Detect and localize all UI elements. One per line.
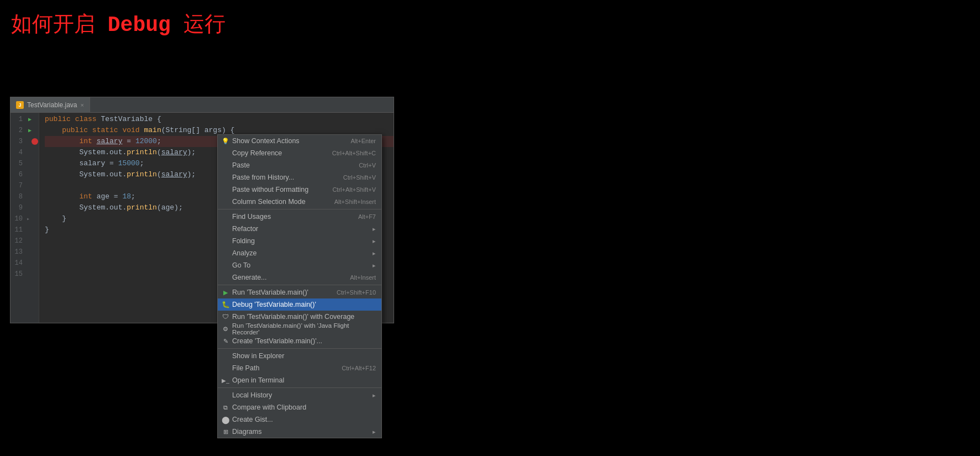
shortcut-find-usages: Alt+F7: [358, 213, 376, 220]
menu-label-debug-main: Debug 'TestVariable.main()': [232, 301, 316, 308]
shortcut-paste-from-history: Ctrl+Shift+V: [343, 174, 376, 181]
gutter-row-11: 11: [11, 224, 39, 235]
menu-item-create-config[interactable]: ✎ Create 'TestVariable.main()'...: [218, 335, 381, 347]
menu-item-refactor[interactable]: Refactor ▸: [218, 223, 381, 235]
menu-item-paste[interactable]: Paste Ctrl+V: [218, 159, 381, 171]
editor-tab[interactable]: J TestVariable.java ×: [11, 97, 90, 112]
menu-label-show-explorer: Show in Explorer: [232, 352, 285, 360]
menu-label-folding: Folding: [232, 237, 255, 245]
menu-item-generate[interactable]: Generate... Alt+Insert: [218, 271, 381, 284]
menu-label-paste-from-history: Paste from History...: [232, 174, 294, 181]
gutter-row-1: 1 ▶: [11, 114, 39, 125]
menu-label-run-coverage: Run 'TestVariable.main()' with Coverage: [232, 313, 354, 321]
menu-label-refactor: Refactor: [232, 225, 258, 233]
gutter-row-8: 8: [11, 191, 39, 202]
tab-bar: J TestVariable.java ×: [11, 97, 394, 113]
diagrams-icon: ⊞: [221, 427, 230, 436]
line-number-10: 10: [11, 215, 26, 223]
menu-item-show-context-actions[interactable]: 💡 Show Context Actions Alt+Enter: [218, 135, 381, 147]
run-icon: ▶: [221, 288, 230, 297]
menu-label-diagrams: Diagrams: [232, 428, 262, 436]
debug-icon: 🐛: [221, 300, 230, 309]
menu-item-local-history[interactable]: Local History ▸: [218, 389, 381, 401]
menu-item-run-coverage[interactable]: 🛡 Run 'TestVariable.main()' with Coverag…: [218, 311, 381, 323]
separator-2: [218, 285, 381, 285]
menu-item-find-usages[interactable]: Find Usages Alt+F7: [218, 211, 381, 223]
line-number-7: 7: [11, 182, 26, 190]
gutter-row-4: 4: [11, 147, 39, 158]
line-number-15: 15: [11, 270, 26, 278]
menu-label-find-usages: Find Usages: [232, 213, 271, 221]
menu-item-diagrams[interactable]: ⊞ Diagrams ▸: [218, 426, 381, 438]
gutter-row-7: 7: [11, 180, 39, 191]
menu-item-paste-without-formatting[interactable]: Paste without Formatting Ctrl+Alt+Shift+…: [218, 184, 381, 196]
line-number-2: 2: [11, 127, 26, 134]
line-number-9: 9: [11, 204, 26, 212]
menu-label-create-gist: Create Gist...: [232, 416, 273, 423]
tab-close-button[interactable]: ×: [81, 102, 84, 108]
shortcut-paste-without-formatting: Ctrl+Alt+Shift+V: [332, 186, 376, 193]
coverage-icon: 🛡: [221, 312, 230, 321]
shortcut-show-context-actions: Alt+Enter: [350, 138, 376, 144]
java-file-icon: J: [16, 101, 24, 109]
line-number-1: 1: [11, 116, 26, 123]
fold-icon-10[interactable]: ▸: [27, 216, 30, 222]
line-number-13: 13: [11, 248, 26, 256]
arrow-analyze: ▸: [373, 250, 376, 257]
menu-item-compare-clipboard[interactable]: ⧉ Compare with Clipboard: [218, 401, 381, 413]
menu-item-file-path[interactable]: File Path Ctrl+Alt+F12: [218, 362, 381, 374]
run-icon-1[interactable]: ▶: [26, 116, 34, 123]
line-number-4: 4: [11, 149, 26, 156]
menu-item-go-to[interactable]: Go To ▸: [218, 259, 381, 271]
menu-label-compare-clipboard: Compare with Clipboard: [232, 403, 306, 411]
menu-item-debug-main[interactable]: 🐛 Debug 'TestVariable.main()': [218, 298, 381, 311]
line-number-6: 6: [11, 171, 26, 179]
github-icon: ⬤: [221, 415, 230, 424]
menu-label-show-context-actions: Show Context Actions: [232, 137, 300, 145]
line-number-3: 3: [11, 138, 26, 145]
menu-label-paste: Paste: [232, 161, 250, 169]
compare-icon: ⧉: [221, 403, 230, 412]
gutter-row-15: 15: [11, 269, 39, 280]
line-number-12: 12: [11, 237, 26, 245]
menu-label-analyze: Analyze: [232, 249, 256, 257]
line-number-14: 14: [11, 259, 26, 267]
shortcut-file-path: Ctrl+Alt+F12: [342, 365, 376, 371]
line-gutter: 1 ▶ 2 ▶ 3 4 5 6 7 8 9 10 ▸ 11: [11, 113, 39, 323]
menu-item-run-flight-recorder[interactable]: ⚙ Run 'TestVariable.main()' with 'Java F…: [218, 323, 381, 335]
menu-label-go-to: Go To: [232, 261, 250, 269]
breakpoint-3[interactable]: [32, 138, 38, 145]
menu-item-open-terminal[interactable]: ▶_ Open in Terminal: [218, 374, 381, 386]
menu-item-paste-from-history[interactable]: Paste from History... Ctrl+Shift+V: [218, 171, 381, 184]
flight-recorder-icon: ⚙: [221, 324, 230, 333]
menu-label-column-selection: Column Selection Mode: [232, 198, 306, 206]
create-config-icon: ✎: [221, 337, 230, 345]
menu-label-local-history: Local History: [232, 391, 272, 399]
lightbulb-icon: 💡: [221, 137, 230, 145]
title-bold: Debug: [108, 13, 171, 37]
menu-label-create-config: Create 'TestVariable.main()'...: [232, 337, 322, 345]
separator-3: [218, 348, 381, 349]
gutter-row-3: 3: [11, 136, 39, 147]
menu-label-file-path: File Path: [232, 364, 259, 372]
separator-4: [218, 387, 381, 388]
shortcut-copy-reference: Ctrl+Alt+Shift+C: [332, 150, 376, 156]
menu-item-create-gist[interactable]: ⬤ Create Gist...: [218, 413, 381, 426]
context-menu: 💡 Show Context Actions Alt+Enter Copy Re…: [217, 134, 382, 438]
menu-label-copy-reference: Copy Reference: [232, 149, 282, 157]
shortcut-generate: Alt+Insert: [350, 274, 376, 281]
tab-filename: TestVariable.java: [27, 101, 77, 109]
menu-item-folding[interactable]: Folding ▸: [218, 235, 381, 247]
menu-item-copy-reference[interactable]: Copy Reference Ctrl+Alt+Shift+C: [218, 147, 381, 159]
arrow-diagrams: ▸: [373, 428, 376, 436]
gutter-row-12: 12: [11, 235, 39, 247]
run-icon-2[interactable]: ▶: [26, 127, 34, 134]
line-number-8: 8: [11, 193, 26, 201]
shortcut-run-main: Ctrl+Shift+F10: [337, 289, 376, 296]
menu-item-analyze[interactable]: Analyze ▸: [218, 247, 381, 259]
menu-item-run-main[interactable]: ▶ Run 'TestVariable.main()' Ctrl+Shift+F…: [218, 286, 381, 298]
separator-1: [218, 209, 381, 209]
menu-item-column-selection[interactable]: Column Selection Mode Alt+Shift+Insert: [218, 196, 381, 208]
gutter-row-13: 13: [11, 247, 39, 258]
menu-item-show-explorer[interactable]: Show in Explorer: [218, 350, 381, 362]
